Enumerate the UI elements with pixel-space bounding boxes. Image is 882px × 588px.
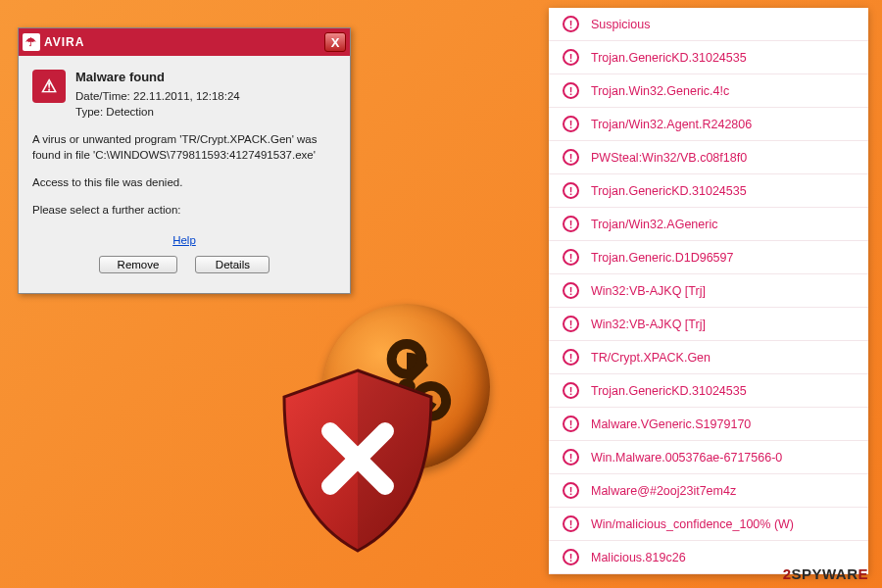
shield-error-icon [270, 363, 446, 559]
alert-icon: ⚠ [32, 70, 66, 103]
prompt-message: Please select a further action: [32, 202, 336, 218]
alert-circle-icon: ! [563, 515, 579, 532]
detection-name: Malware@#2ooj23it7em4z [591, 484, 736, 498]
watermark: 2SPYWARE [783, 565, 868, 582]
detection-name: Malicious.819c26 [591, 551, 686, 564]
alert-circle-icon: ! [563, 216, 579, 232]
alert-circle-icon: ! [563, 549, 579, 565]
dialog-titlebar[interactable]: ☂ AVIRA X [19, 28, 350, 56]
avira-logo: ☂ AVIRA [23, 33, 84, 51]
detection-row: !Trojan.GenericKD.31024535 [549, 374, 868, 408]
datetime-label: Date/Time: 22.11.2011, 12:18:24 [75, 88, 240, 104]
type-label: Type: Detection [75, 104, 240, 120]
detection-name: Trojan.Win32.Generic.4!c [591, 84, 729, 98]
dialog-body: ⚠ Malware found Date/Time: 22.11.2011, 1… [19, 56, 350, 293]
alert-circle-icon: ! [563, 82, 579, 99]
umbrella-icon: ☂ [23, 33, 40, 51]
detection-row: !Trojan/Win32.Agent.R242806 [549, 108, 868, 141]
avira-alert-dialog: ☂ AVIRA X ⚠ Malware found Date/Time: 22.… [18, 27, 351, 294]
alert-circle-icon: ! [563, 249, 579, 266]
alert-circle-icon: ! [563, 482, 579, 499]
detection-name: PWSteal:Win32/VB.c08f18f0 [591, 151, 747, 165]
alert-circle-icon: ! [563, 116, 579, 132]
detection-name: Win32:VB-AJKQ [Trj] [591, 284, 706, 298]
detection-name: Trojan/Win32.AGeneric [591, 218, 717, 231]
detection-list: !Suspicious!Trojan.GenericKD.31024535!Tr… [549, 8, 868, 574]
remove-button[interactable]: Remove [99, 256, 178, 273]
detection-row: !Trojan.Win32.Generic.4!c [549, 74, 868, 108]
alert-circle-icon: ! [563, 316, 579, 332]
detection-row: !Win.Malware.005376ae-6717566-0 [549, 441, 868, 474]
alert-circle-icon: ! [563, 182, 579, 199]
detection-name: Trojan.Generic.D1D96597 [591, 251, 733, 265]
alert-circle-icon: ! [563, 449, 579, 466]
detection-row: !Trojan.GenericKD.31024535 [549, 174, 868, 208]
detection-name: Trojan/Win32.Agent.R242806 [591, 118, 752, 131]
detection-row: !Trojan.GenericKD.31024535 [549, 41, 868, 74]
details-button[interactable]: Details [195, 256, 270, 273]
detection-row: !PWSteal:Win32/VB.c08f18f0 [549, 141, 868, 174]
detection-row: !Malware@#2ooj23it7em4z [549, 474, 868, 508]
detection-name: Trojan.GenericKD.31024535 [591, 184, 747, 198]
brand-text: AVIRA [44, 35, 84, 49]
alert-circle-icon: ! [563, 282, 579, 299]
detection-name: Win/malicious_confidence_100% (W) [591, 517, 794, 531]
detection-name: Trojan.GenericKD.31024535 [591, 51, 747, 65]
detection-name: Malware.VGeneric.S1979170 [591, 417, 751, 431]
detection-row: !Win/malicious_confidence_100% (W) [549, 508, 868, 541]
detection-name: Win.Malware.005376ae-6717566-0 [591, 451, 782, 465]
detection-name: Trojan.GenericKD.31024535 [591, 384, 747, 398]
detection-row: !Win32:VB-AJKQ [Trj] [549, 274, 868, 308]
help-link[interactable]: Help [32, 234, 336, 246]
detection-row: !TR/Crypt.XPACK.Gen [549, 341, 868, 374]
detection-name: Win32:VB-AJKQ [Trj] [591, 318, 706, 331]
detection-row: !Trojan.Generic.D1D96597 [549, 241, 868, 274]
alert-circle-icon: ! [563, 49, 579, 66]
alert-circle-icon: ! [563, 16, 579, 32]
dialog-title: Malware found [75, 70, 240, 84]
detection-row: !Suspicious [549, 8, 868, 41]
detection-row: !Trojan/Win32.AGeneric [549, 208, 868, 241]
alert-circle-icon: ! [563, 382, 579, 399]
access-denied-message: Access to this file was denied. [32, 174, 336, 190]
detection-name: Suspicious [591, 18, 650, 31]
alert-circle-icon: ! [563, 349, 579, 366]
detection-row: !Win32:VB-AJKQ [Trj] [549, 308, 868, 341]
detection-row: !Malware.VGeneric.S1979170 [549, 408, 868, 441]
close-button[interactable]: X [324, 32, 346, 52]
detection-name: TR/Crypt.XPACK.Gen [591, 351, 710, 365]
detection-message: A virus or unwanted program 'TR/Crypt.XP… [32, 131, 336, 163]
alert-circle-icon: ! [563, 149, 579, 166]
alert-circle-icon: ! [563, 416, 579, 432]
